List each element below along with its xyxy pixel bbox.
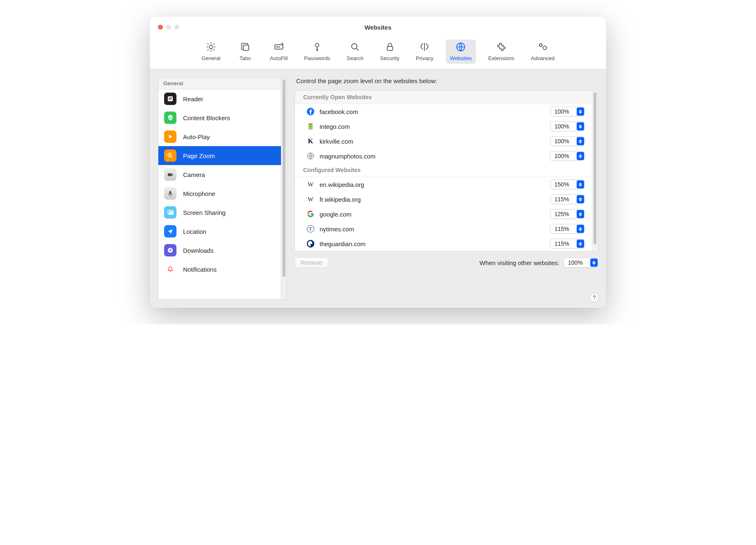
website-row[interactable]: T nytimes.com 115% — [295, 221, 592, 236]
sidebar-item-label: Content Blockers — [183, 114, 230, 121]
sidebar-item-reader[interactable]: Reader — [158, 89, 281, 108]
screensharing-icon — [164, 206, 176, 219]
toolbar-tab-general[interactable]: General — [197, 40, 225, 64]
toolbar-tab-privacy[interactable]: Privacy — [412, 40, 438, 64]
sidebar-item-autoplay[interactable]: Auto-Play — [158, 127, 281, 146]
sidebar-item-downloads[interactable]: Downloads — [158, 241, 281, 260]
sidebar-scrollbar[interactable] — [281, 77, 287, 300]
autofill-icon — [274, 42, 284, 54]
remove-button[interactable]: Remove — [295, 257, 328, 268]
other-websites-value: 100% — [568, 259, 583, 266]
sidebar-item-contentblockers[interactable]: Content Blockers — [158, 108, 281, 127]
sidebar-item-location[interactable]: Location — [158, 222, 281, 241]
website-row[interactable]: facebook.com 100% — [295, 104, 592, 119]
extensions-icon — [496, 42, 507, 54]
content-area: General Reader Content Blockers Auto-Pla… — [150, 69, 606, 308]
stepper-icon — [577, 180, 584, 189]
website-row[interactable]: google.com 125% — [295, 207, 592, 221]
microphone-icon — [164, 187, 176, 200]
svg-rect-21 — [169, 211, 174, 215]
website-row[interactable]: intego.com 100% — [295, 119, 592, 134]
website-row[interactable]: W fr.wikipedia.org 115% — [295, 192, 592, 207]
other-websites-dropdown[interactable]: 100% — [564, 258, 598, 268]
contentblockers-icon — [164, 112, 176, 124]
website-domain: en.wikipedia.org — [320, 181, 545, 188]
sidebar-item-screensharing[interactable]: Screen Sharing — [158, 203, 281, 222]
toolbar-label: Websites — [450, 55, 472, 61]
website-domain: magnumphotos.com — [320, 153, 545, 160]
website-domain: google.com — [320, 211, 545, 218]
reader-icon — [164, 93, 176, 105]
zoom-value: 115% — [554, 226, 569, 232]
toolbar-tab-passwords[interactable]: Passwords — [300, 40, 334, 64]
table-scrollbar[interactable] — [592, 91, 598, 251]
website-row[interactable]: W en.wikipedia.org 150% — [295, 177, 592, 192]
sidebar-item-label: Page Zoom — [183, 152, 215, 159]
security-icon — [385, 42, 395, 54]
zoom-dropdown[interactable]: 100% — [550, 136, 584, 146]
camera-icon — [164, 168, 176, 181]
websites-table: Currently Open Websites facebook.com 100… — [295, 90, 598, 252]
toolbar-tab-extensions[interactable]: Extensions — [484, 40, 519, 64]
toolbar-label: AutoFill — [270, 55, 288, 61]
zoom-dropdown[interactable]: 150% — [550, 179, 584, 189]
toolbar-tab-tabs[interactable]: Tabs — [233, 40, 257, 64]
svg-point-5 — [278, 47, 278, 47]
toolbar-tab-advanced[interactable]: Advanced — [526, 40, 559, 64]
general-icon — [206, 42, 216, 54]
minimize-window-button[interactable] — [166, 25, 171, 30]
favicon-icon — [306, 152, 315, 160]
notifications-icon — [164, 263, 176, 275]
zoom-dropdown[interactable]: 125% — [550, 209, 584, 219]
toolbar-tab-search[interactable]: Search — [343, 40, 368, 64]
close-window-button[interactable] — [158, 25, 163, 30]
stepper-icon — [577, 152, 584, 160]
favicon-icon: T — [306, 225, 315, 233]
svg-rect-25 — [308, 123, 313, 126]
svg-text:W: W — [308, 196, 314, 203]
sidebar-item-label: Reader — [183, 95, 203, 102]
zoom-dropdown[interactable]: 115% — [550, 194, 584, 204]
toolbar-tab-security[interactable]: Security — [376, 40, 404, 64]
website-row[interactable]: theguardian.com 115% — [295, 236, 592, 251]
sidebar-item-camera[interactable]: Camera — [158, 165, 281, 184]
toolbar-label: General — [202, 55, 220, 61]
favicon-icon: K — [306, 137, 315, 145]
zoom-value: 100% — [554, 108, 569, 115]
section-header: Configured Websites — [295, 163, 592, 177]
pagezoom-icon — [164, 149, 176, 162]
favicon-icon — [306, 107, 315, 116]
zoom-dropdown[interactable]: 115% — [550, 224, 584, 234]
svg-rect-14 — [169, 98, 172, 98]
sidebar-item-label: Screen Sharing — [183, 209, 225, 216]
sidebar-item-microphone[interactable]: Microphone — [158, 184, 281, 203]
zoom-dropdown[interactable]: 100% — [550, 121, 584, 131]
zoom-dropdown[interactable]: 100% — [550, 107, 584, 116]
website-row[interactable]: K kirkville.com 100% — [295, 134, 592, 149]
svg-point-8 — [352, 44, 357, 49]
help-button[interactable]: ? — [590, 293, 599, 302]
website-domain: intego.com — [320, 123, 545, 130]
sidebar-item-notifications[interactable]: Notifications — [158, 260, 281, 279]
stepper-icon — [577, 137, 584, 145]
toolbar-label: Tabs — [239, 55, 250, 61]
toolbar-tab-autofill[interactable]: AutoFill — [266, 40, 292, 64]
stepper-icon — [577, 195, 584, 203]
website-row[interactable]: magnumphotos.com 100% — [295, 149, 592, 163]
sidebar-item-label: Downloads — [183, 247, 213, 254]
toolbar-label: Advanced — [531, 55, 554, 61]
downloads-icon — [164, 244, 176, 256]
sidebar-item-label: Microphone — [183, 190, 215, 197]
sidebar: General Reader Content Blockers Auto-Pla… — [158, 77, 281, 300]
sidebar-item-label: Location — [183, 228, 206, 235]
toolbar-label: Extensions — [488, 55, 515, 61]
zoom-dropdown[interactable]: 100% — [550, 151, 584, 161]
toolbar-tab-websites[interactable]: Websites — [446, 40, 476, 64]
zoom-dropdown[interactable]: 115% — [550, 239, 584, 249]
traffic-lights — [158, 25, 179, 30]
website-domain: theguardian.com — [320, 240, 545, 247]
sidebar-item-pagezoom[interactable]: Page Zoom — [158, 146, 281, 165]
toolbar-label: Security — [380, 55, 399, 61]
stepper-icon — [577, 240, 584, 248]
maximize-window-button[interactable] — [174, 25, 179, 30]
